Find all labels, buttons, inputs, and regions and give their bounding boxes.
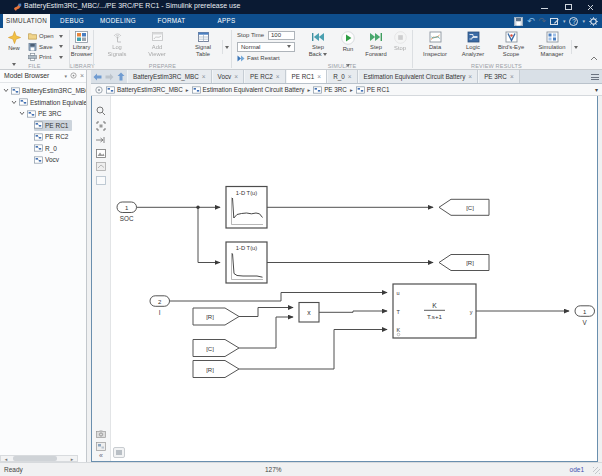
wire-soc-branch[interactable] bbox=[198, 207, 220, 262]
close-button[interactable] bbox=[582, 0, 600, 14]
close-tab-icon[interactable]: × bbox=[348, 73, 352, 80]
review-expander-button[interactable] bbox=[571, 40, 580, 54]
image-annotation-icon[interactable] bbox=[96, 149, 106, 158]
doc-tab-perc1-active[interactable]: PE RC1× bbox=[286, 70, 328, 83]
model-browser-hscrollbar[interactable]: ◂ ▸ bbox=[0, 455, 78, 462]
tree-item-vocv[interactable]: Vocv bbox=[0, 154, 86, 166]
nav-up-button[interactable] bbox=[115, 70, 127, 83]
library-browser-button[interactable]: Library Browser bbox=[70, 30, 93, 57]
lookup-table-1-block[interactable]: 1-D T(u) bbox=[226, 187, 267, 229]
fast-restart-toggle[interactable]: Fast Restart bbox=[237, 55, 280, 62]
add-viewer-button[interactable]: Add Viewer bbox=[140, 30, 174, 57]
tab-debug[interactable]: DEBUG bbox=[55, 14, 89, 28]
close-tab-icon[interactable]: × bbox=[202, 73, 206, 80]
annotation-icon[interactable] bbox=[550, 17, 559, 26]
undo-icon[interactable]: ↶ bbox=[527, 16, 535, 26]
panel-close-icon[interactable]: × bbox=[80, 72, 84, 79]
diagram-canvas[interactable]: « bbox=[91, 96, 598, 462]
save-button[interactable]: Save bbox=[28, 42, 63, 52]
scroll-right-icon[interactable]: ▸ bbox=[67, 456, 77, 462]
product-block[interactable]: x bbox=[299, 303, 319, 323]
wire-fromR2-to-K[interactable] bbox=[239, 330, 387, 370]
simulation-mode-select[interactable]: Normal bbox=[237, 42, 295, 52]
tree-item-batteryestim[interactable]: BatteryEstim3RC_MBC bbox=[0, 85, 86, 97]
doc-tab-vocv[interactable]: Vocv× bbox=[212, 70, 244, 83]
nav-back-button[interactable] bbox=[91, 70, 103, 83]
nav-forward-button[interactable] bbox=[103, 70, 115, 83]
tree-item-estimation[interactable]: Estimation Equivalent Ci bbox=[0, 97, 86, 109]
panel-target-icon[interactable] bbox=[70, 72, 77, 79]
fit-to-view-icon[interactable] bbox=[96, 121, 106, 131]
tab-simulation[interactable]: SIMULATION bbox=[3, 14, 50, 28]
breadcrumb-item-root[interactable]: BatteryEstim3RC_MBC bbox=[106, 86, 183, 94]
close-tab-icon[interactable]: × bbox=[234, 73, 238, 80]
simulation-manager-button[interactable]: Simulation Manager bbox=[531, 30, 573, 57]
save-icon[interactable] bbox=[514, 17, 523, 26]
breadcrumb-item-perc1[interactable]: PE RC1 bbox=[356, 86, 390, 94]
canvas-overview-button[interactable] bbox=[113, 447, 125, 458]
breadcrumb-item-estimation[interactable]: Estimation Equivalent Circuit Battery bbox=[192, 86, 305, 94]
resize-grip[interactable] bbox=[593, 467, 600, 474]
tab-apps[interactable]: APPS bbox=[209, 14, 244, 28]
inport-2-block[interactable]: 2 I bbox=[150, 296, 170, 316]
from-R2-block[interactable]: [R] bbox=[193, 361, 239, 378]
signal-table-button[interactable]: Signal Table bbox=[186, 30, 220, 57]
goto-R-block[interactable]: [R] bbox=[439, 255, 489, 271]
help-caret-icon[interactable]: ▾ bbox=[582, 18, 585, 24]
outport-1-block[interactable]: 1 V bbox=[575, 306, 595, 326]
wire-product-to-T[interactable] bbox=[319, 311, 387, 312]
doc-tab-perc2[interactable]: PE RC2× bbox=[244, 70, 286, 83]
area-box-icon[interactable] bbox=[96, 176, 106, 185]
viewer-annotation-icon[interactable] bbox=[96, 162, 106, 171]
print-button[interactable]: Print bbox=[28, 52, 63, 62]
gear-icon[interactable] bbox=[589, 17, 598, 26]
step-forward-button[interactable]: Step Forward bbox=[361, 30, 391, 57]
minimize-button[interactable] bbox=[536, 0, 554, 14]
close-tab-icon[interactable]: × bbox=[317, 73, 321, 80]
annotation-caret-icon[interactable]: ▾ bbox=[563, 18, 566, 24]
wire-inport2-to-u[interactable] bbox=[169, 293, 387, 302]
signal-arrow-icon[interactable] bbox=[96, 136, 106, 144]
lookup-table-2-block[interactable]: 1-D T(u) bbox=[226, 242, 267, 283]
chevron-down-icon[interactable] bbox=[11, 100, 17, 105]
transfer-fcn-block[interactable]: u T K y K T.s+1 bbox=[393, 284, 476, 338]
stamp-icon[interactable] bbox=[96, 442, 106, 451]
help-icon[interactable]: ? bbox=[569, 17, 578, 26]
step-back-button[interactable]: Step Back bbox=[303, 30, 333, 57]
log-signals-button[interactable]: Log Signals bbox=[100, 30, 134, 57]
palette-collapse-icon[interactable]: « bbox=[99, 452, 103, 459]
camera-icon[interactable] bbox=[96, 430, 106, 438]
breadcrumb-dropdown-icon[interactable]: ▾ bbox=[595, 86, 598, 93]
breadcrumb-item-pe3rc[interactable]: PE 3RC bbox=[313, 86, 347, 94]
stop-time-input[interactable] bbox=[268, 31, 295, 40]
scroll-left-icon[interactable]: ◂ bbox=[1, 456, 11, 462]
logic-analyzer-button[interactable]: Logic Analyzer bbox=[455, 30, 491, 57]
data-inspector-button[interactable]: Data Inspector bbox=[417, 30, 453, 57]
panel-menu-icon[interactable]: ▾ bbox=[64, 73, 67, 79]
tree-item-r0[interactable]: R_0 bbox=[0, 143, 86, 155]
close-tab-icon[interactable]: × bbox=[510, 73, 514, 80]
chevron-down-icon[interactable] bbox=[3, 88, 9, 93]
doc-tab-pe3rc[interactable]: PE 3RC× bbox=[478, 70, 520, 83]
redo-icon[interactable]: ↷ bbox=[538, 16, 546, 26]
tab-modeling[interactable]: MODELING bbox=[96, 14, 140, 28]
stop-button[interactable]: Stop bbox=[390, 30, 410, 52]
close-tab-icon[interactable]: × bbox=[276, 73, 280, 80]
goto-C-block[interactable]: [C] bbox=[439, 199, 489, 215]
wire-fromR-to-product[interactable] bbox=[239, 308, 293, 317]
close-tab-icon[interactable]: × bbox=[468, 73, 472, 80]
doc-tab-batteryestim[interactable]: BatteryEstim3RC_MBC× bbox=[127, 70, 212, 83]
tree-item-perc2[interactable]: PE RC2 bbox=[0, 131, 86, 143]
tab-list-menu-icon[interactable] bbox=[591, 74, 599, 82]
breadcrumb-options-icon[interactable] bbox=[95, 86, 103, 94]
inport-1-block[interactable]: 1 SOC bbox=[117, 202, 137, 222]
open-button[interactable]: Open bbox=[28, 31, 63, 41]
tab-format[interactable]: FORMAT bbox=[153, 14, 190, 28]
zoom-icon[interactable] bbox=[96, 106, 106, 116]
from-C-block[interactable]: [C] bbox=[193, 340, 239, 357]
tree-item-perc1[interactable]: PE RC1 bbox=[0, 120, 86, 132]
solver-name[interactable]: ode1 bbox=[570, 466, 584, 473]
ribbon-collapse-button[interactable] bbox=[590, 47, 598, 65]
maximize-button[interactable] bbox=[560, 0, 578, 14]
chevron-down-icon[interactable] bbox=[19, 111, 25, 116]
